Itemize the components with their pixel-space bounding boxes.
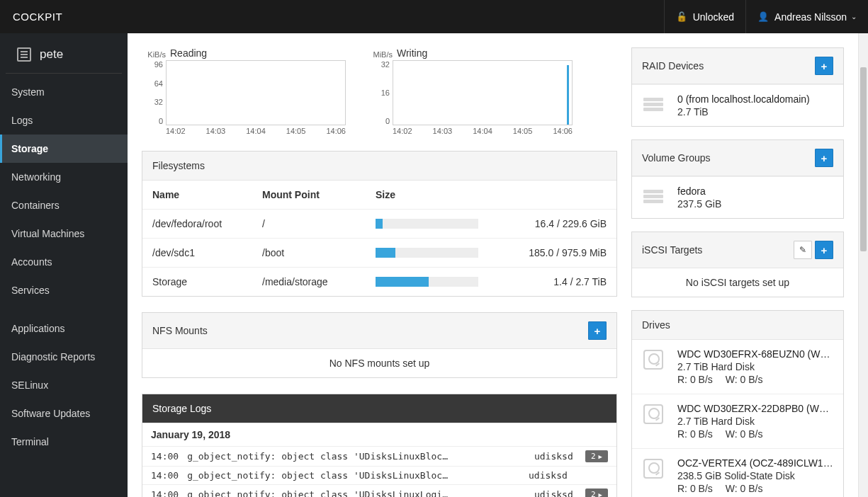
main-column: KiB/s Reading 9664320 14:0214:0314:0414:… [128,33,631,497]
nfs-title: NFS Mounts [152,325,208,336]
scrollbar[interactable] [858,33,868,497]
lock-toggle[interactable]: 🔓 Unlocked [664,0,745,33]
drive-item[interactable]: WDC WD30EFRX-68EUZN0 (WD… 2.7 TiB Hard D… [632,340,843,394]
iscsi-title: iSCSI Targets [642,244,702,256]
logs-date: January 19, 2018 [142,423,616,447]
raid-panel: RAID Devices + 0 (from localhost.localdo… [631,47,844,127]
iscsi-header: iSCSI Targets ✎ + [632,232,843,268]
chart-writing: MiB/s Writing 32160 14:0214:0314:0414:05… [371,47,573,135]
sidebar-item-containers[interactable]: Containers [0,191,128,219]
fs-size: 16.4 / 229.6 GiB [488,218,607,229]
vg-panel: Volume Groups + fedora 237.5 GiB [631,139,844,219]
fs-size-cell: 185.0 / 975.9 MiB [366,239,616,268]
vg-item-name: fedora [677,185,833,197]
vg-icon [642,185,665,208]
drive-read: R: 0 B/s [677,374,713,385]
sidebar-item-services[interactable]: Services [0,276,128,304]
sidebar-item-accounts[interactable]: Accounts [0,248,128,276]
host-icon [17,47,31,62]
sidebar-item-logs[interactable]: Logs [0,106,128,135]
sidebar-item-system[interactable]: System [0,78,128,106]
drive-write: W: 0 B/s [726,483,763,494]
x-axis-reading: 14:0214:0314:0414:0514:06 [145,125,346,135]
chart-reading-unit: KiB/s [145,50,166,59]
nfs-header: NFS Mounts + [142,313,616,349]
sidebar: pete SystemLogsStorageNetworkingContaine… [0,33,128,497]
drive-name: WDC WD30EFRX-68EUZN0 (WD… [677,348,833,360]
log-source: udisksd [534,451,577,462]
log-source: udisksd [529,470,571,481]
brand: COCKPIT [0,11,75,23]
drives-header: Drives [632,311,843,340]
log-message: g_object_notify: object class 'UDisksLin… [187,451,526,462]
add-iscsi-button[interactable]: + [815,241,833,259]
sidebar-item-applications[interactable]: Applications [0,314,128,343]
drives-list: WDC WD30EFRX-68EUZN0 (WD… 2.7 TiB Hard D… [632,340,843,497]
table-row[interactable]: Storage /media/storage 1.4 / 2.7 TiB [142,268,616,297]
host-name: pete [40,47,63,62]
add-nfs-button[interactable]: + [588,321,607,340]
vg-item[interactable]: fedora 237.5 GiB [632,176,843,218]
drive-item[interactable]: WDC WD30EZRX-22D8PB0 (WD… 2.7 TiB Hard D… [632,394,843,448]
topbar-right: 🔓 Unlocked 👤 Andreas Nilsson ⌄ [664,0,868,33]
sidebar-item-terminal[interactable]: Terminal [0,428,128,456]
log-count-badge: 2▶ [585,489,608,497]
y-axis-writing: 32160 [371,60,393,125]
log-source: udisksd [534,489,577,497]
log-line[interactable]: 14:00 g_object_notify: object class 'UDi… [142,447,616,467]
storage-logs-title: Storage Logs [152,403,211,414]
drives-panel: Drives WDC WD30EFRX-68EUZN0 (WD… 2.7 TiB… [631,310,844,497]
log-line[interactable]: 14:00 g_object_notify: object class 'UDi… [142,467,616,485]
layout: pete SystemLogsStorageNetworkingContaine… [0,33,868,497]
chart-writing-plot [393,60,573,125]
filesystems-title: Filesystems [152,160,205,171]
usage-bar [376,248,478,258]
drive-desc: 238.5 GiB Solid-State Disk [677,470,833,481]
filesystems-panel: Filesystems NameMount PointSize /dev/fed… [142,151,617,297]
add-raid-button[interactable]: + [815,57,833,75]
raid-item-name: 0 (from localhost.localdomain) [677,93,833,105]
chart-reading-title: Reading [170,47,207,59]
raid-item[interactable]: 0 (from localhost.localdomain) 2.7 TiB [632,84,843,126]
table-row[interactable]: /dev/sdc1 /boot 185.0 / 975.9 MiB [142,239,616,268]
fs-size-cell: 16.4 / 229.6 GiB [366,210,616,239]
user-icon: 👤 [757,11,769,22]
sidebar-item-software-updates[interactable]: Software Updates [0,399,128,428]
fs-mount: /media/storage [252,268,366,297]
fs-size: 1.4 / 2.7 TiB [488,276,607,287]
nav-separator [0,304,128,314]
log-line[interactable]: 14:00 g_object_notify: object class 'UDi… [142,485,616,497]
sidebar-item-virtual-machines[interactable]: Virtual Machines [0,219,128,248]
add-vg-button[interactable]: + [815,149,833,167]
user-menu[interactable]: 👤 Andreas Nilsson ⌄ [745,0,868,33]
edit-iscsi-button[interactable]: ✎ [794,241,812,259]
nav-primary: SystemLogsStorageNetworkingContainersVir… [0,78,128,304]
drive-read: R: 0 B/s [677,428,713,440]
table-row[interactable]: /dev/fedora/root / 16.4 / 229.6 GiB [142,210,616,239]
chart-writing-title: Writing [397,47,427,59]
scrollbar-thumb[interactable] [860,67,867,251]
sidebar-item-selinux[interactable]: SELinux [0,371,128,399]
user-name: Andreas Nilsson [774,11,847,23]
fs-name: /dev/fedora/root [142,210,252,239]
log-time: 14:00 [151,470,179,481]
log-message: g_object_notify: object class 'UDisksLin… [187,489,526,497]
fs-name: /dev/sdc1 [142,239,252,268]
fs-size: 185.0 / 975.9 MiB [488,247,607,258]
chart-reading-plot [166,60,346,125]
drive-name: OCZ-VERTEX4 (OCZ-489ICLW11… [677,457,833,469]
log-time: 14:00 [151,451,179,462]
host-selector[interactable]: pete [6,33,122,74]
raid-item-size: 2.7 TiB [677,106,833,118]
charts-row: KiB/s Reading 9664320 14:0214:0314:0414:… [142,47,617,135]
disk-icon [642,457,665,480]
drive-item[interactable]: OCZ-VERTEX4 (OCZ-489ICLW11… 238.5 GiB So… [632,448,843,497]
sidebar-item-storage[interactable]: Storage [0,135,128,163]
sidebar-item-networking[interactable]: Networking [0,163,128,191]
column-header: Size [366,181,616,210]
usage-bar [376,219,478,229]
sidebar-item-diagnostic-reports[interactable]: Diagnostic Reports [0,343,128,371]
filesystems-table: NameMount PointSize /dev/fedora/root / 1… [142,181,616,296]
drive-read: R: 0 B/s [677,483,713,494]
table-header-row: NameMount PointSize [142,181,616,210]
